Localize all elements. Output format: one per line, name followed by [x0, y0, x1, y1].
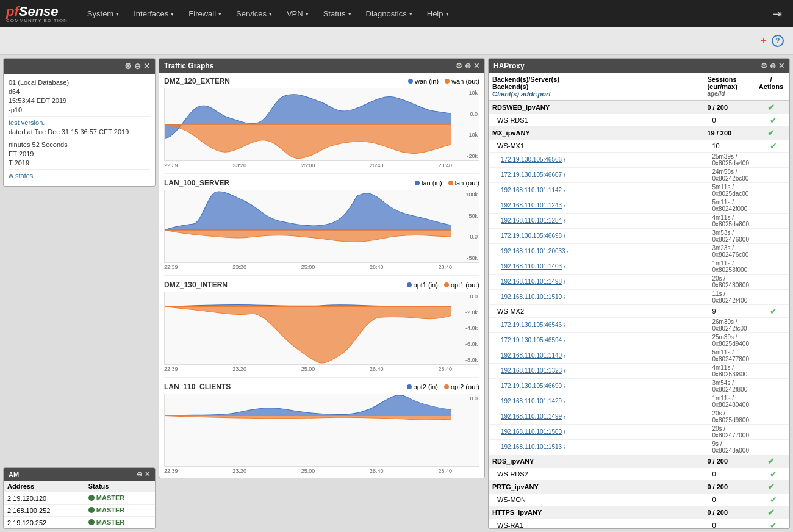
client-link[interactable]: 192.168.110.101:1500	[501, 428, 562, 435]
info-icon[interactable]: 𝑖	[564, 398, 565, 404]
client-age: 25m39s / 0x8025da400	[703, 153, 753, 168]
client-link[interactable]: 192.168.110.101:1429	[501, 398, 562, 404]
client-link[interactable]: 192.168.110.101:1513	[501, 444, 562, 450]
y-label: -10k	[453, 132, 478, 138]
client-addr[interactable]: 192.168.110.101:1243 𝑖	[489, 198, 703, 214]
nav-status[interactable]: Status ▾	[316, 0, 359, 27]
info-icon[interactable]: 𝑖	[564, 429, 565, 435]
info-icon[interactable]: 𝑖	[564, 218, 565, 224]
client-addr[interactable]: 192.168.110.101:1500 𝑖	[489, 425, 703, 440]
info-icon[interactable]: 𝑖	[564, 414, 565, 420]
client-link[interactable]: 192.168.110.101:1284	[501, 217, 562, 224]
nav-vpn[interactable]: VPN ▾	[279, 0, 316, 27]
client-addr[interactable]: 192.168.110.101:1513 𝑖	[489, 440, 703, 455]
client-addr[interactable]: 172.19.130.105:46594 𝑖	[489, 333, 703, 348]
close-icon[interactable]: ✕	[473, 62, 479, 70]
client-link[interactable]: 172.19.130.105:46607	[501, 171, 562, 178]
client-addr[interactable]: 172.19.130.105:46607 𝑖	[489, 168, 703, 183]
client-addr[interactable]: 192.168.110.101:1140 𝑖	[489, 348, 703, 364]
test-version-link[interactable]: test version.	[9, 119, 45, 126]
client-link[interactable]: 172.19.130.105:46698	[501, 232, 562, 239]
info-icon[interactable]: 𝑖	[567, 248, 569, 254]
uptime-row: ninutes 52 Seconds	[9, 141, 150, 148]
close-icon[interactable]: ✕	[778, 62, 784, 70]
close-icon[interactable]: ✕	[145, 470, 150, 478]
info-icon[interactable]: 𝑖	[564, 444, 565, 450]
info-icon[interactable]: 𝑖	[564, 368, 565, 374]
wrench-icon[interactable]: ⚙	[761, 62, 767, 70]
client-link[interactable]: 192.168.110.101:1243	[501, 202, 562, 209]
build-row: d64	[9, 88, 150, 95]
client-link[interactable]: 192.168.110.101:1403	[501, 263, 562, 270]
server-status: ✔	[753, 519, 789, 530]
client-addr[interactable]: 172.19.130.105:46690 𝑖	[489, 379, 703, 394]
client-addr[interactable]: 192.168.110.101:1284 𝑖	[489, 214, 703, 229]
close-icon[interactable]: ✕	[143, 62, 150, 71]
client-link[interactable]: 192.168.110.101:1510	[501, 293, 562, 300]
info-icon[interactable]: 𝑖	[564, 172, 565, 178]
minimize-icon[interactable]: ⊖	[770, 62, 776, 70]
info-icon[interactable]: 𝑖	[564, 203, 565, 209]
minimize-icon[interactable]: ⊖	[137, 470, 142, 478]
info-icon[interactable]: 𝑖	[564, 279, 565, 285]
info-icon[interactable]: 𝑖	[564, 187, 565, 193]
client-addr[interactable]: 172.19.130.105:46698 𝑖	[489, 229, 703, 244]
help-icon[interactable]: ?	[772, 35, 784, 47]
info-icon[interactable]: 𝑖	[564, 264, 565, 270]
nav-help[interactable]: Help ▾	[420, 0, 456, 27]
info-icon[interactable]: 𝑖	[564, 157, 565, 163]
server-status: ✔	[753, 140, 789, 153]
client-age: 9s / 0x80243a000	[703, 440, 753, 455]
wrench-icon[interactable]: ⚙	[124, 62, 132, 71]
nav-diagnostics[interactable]: Diagnostics ▾	[359, 0, 420, 27]
x-label: 28:40	[438, 162, 452, 168]
client-addr[interactable]: 172.19.130.105:46546 𝑖	[489, 318, 703, 333]
wrench-icon[interactable]: ⚙	[456, 62, 462, 70]
minimize-icon[interactable]: ⊖	[465, 62, 471, 70]
client-link[interactable]: 172.19.130.105:46690	[501, 383, 562, 389]
info-icon[interactable]: 𝑖	[564, 383, 565, 389]
server-sessions: 0	[703, 494, 753, 506]
info-icon[interactable]: 𝑖	[564, 294, 565, 300]
nav-system[interactable]: System ▾	[80, 0, 126, 27]
client-addr[interactable]: 192.168.110.101:1499 𝑖	[489, 409, 703, 425]
client-addr[interactable]: 192.168.110.101:1510 𝑖	[489, 290, 703, 305]
client-link[interactable]: 192.168.110.101:1499	[501, 413, 562, 420]
minimize-icon[interactable]: ⊖	[134, 62, 141, 71]
client-link[interactable]: 192.168.110.101:1498	[501, 278, 562, 285]
nav-signout-icon[interactable]: ⇥	[768, 7, 787, 21]
client-addr[interactable]: 192.168.110.101:1142 𝑖	[489, 183, 703, 198]
states-link[interactable]: w states	[9, 172, 33, 179]
client-link[interactable]: 172.19.130.105:46546	[501, 322, 562, 328]
client-addr[interactable]: 172.19.130.105:46566 𝑖	[489, 153, 703, 168]
client-addr[interactable]: 192.168.110.101:1429 𝑖	[489, 394, 703, 409]
add-widget-button[interactable]: +	[760, 35, 767, 48]
client-addr[interactable]: 192.168.110.101:1498 𝑖	[489, 275, 703, 290]
haproxy-icons: ⚙ ⊖ ✕	[761, 62, 784, 70]
client-addr[interactable]: 192.168.110.101:1323 𝑖	[489, 364, 703, 379]
client-addr[interactable]: 192.168.110.101:20033 𝑖	[489, 244, 703, 259]
nav-services[interactable]: Services ▾	[229, 0, 279, 27]
info-icon[interactable]: 𝑖	[564, 322, 565, 328]
client-link[interactable]: 172.19.130.105:46566	[501, 156, 562, 163]
nav-firewall[interactable]: Firewall ▾	[181, 0, 229, 27]
backend-status: ✔	[753, 506, 789, 519]
info-icon[interactable]: 𝑖	[564, 233, 565, 239]
x-label: 25:00	[301, 468, 315, 474]
info-icon[interactable]: 𝑖	[564, 337, 565, 343]
client-link[interactable]: 192.168.110.101:20033	[501, 248, 565, 254]
client-age: 3m54s / 0x80242f800	[703, 379, 753, 394]
client-link[interactable]: 192.168.110.101:1142	[501, 187, 562, 193]
haproxy-client-row: 192.168.110.101:1500 𝑖 20s / 0x802477000	[489, 425, 789, 440]
client-link[interactable]: 192.168.110.101:1323	[501, 367, 562, 374]
haproxy-client-row: 192.168.110.101:1403 𝑖 1m11s / 0x80253f0…	[489, 259, 789, 275]
legend-out: opt2 (out)	[444, 383, 479, 390]
carp-table: Address Status 2.19.120.120 MASTER 2.168…	[4, 481, 155, 528]
chevron-down-icon: ▾	[446, 11, 449, 17]
client-link[interactable]: 192.168.110.101:1140	[501, 352, 562, 359]
info-icon[interactable]: 𝑖	[564, 353, 565, 359]
nav-interfaces[interactable]: Interfaces ▾	[126, 0, 181, 27]
chevron-down-icon: ▾	[348, 11, 351, 17]
client-link[interactable]: 172.19.130.105:46594	[501, 337, 562, 343]
client-addr[interactable]: 192.168.110.101:1403 𝑖	[489, 259, 703, 275]
